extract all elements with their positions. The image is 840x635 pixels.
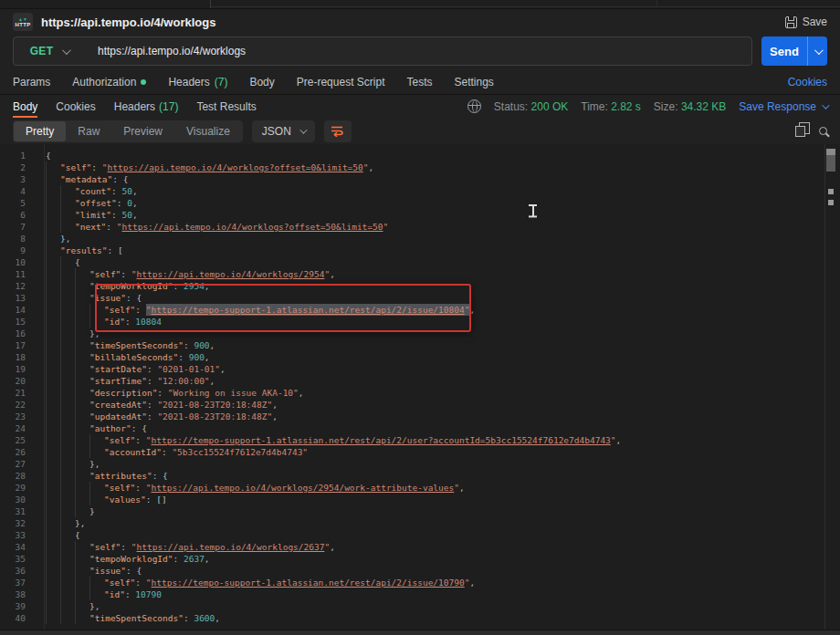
json-token: "author" xyxy=(89,422,131,434)
request-tab-body[interactable]: Body xyxy=(249,76,274,88)
json-token: , xyxy=(132,185,138,197)
method-label: GET xyxy=(30,45,54,57)
line-number: 28 xyxy=(0,470,33,482)
tab-bottom-line xyxy=(211,6,840,7)
response-tab-test-results[interactable]: Test Results xyxy=(196,95,256,118)
code-line: 4"count": 50, xyxy=(0,185,840,197)
tab-label: Headers xyxy=(168,76,209,88)
scrollbar-annotation-mark xyxy=(828,189,834,194)
json-token: "createdAt" xyxy=(89,399,147,411)
json-link[interactable]: https://tempo-support-1.atlassian.net/re… xyxy=(152,304,465,316)
json-token: 900 xyxy=(194,339,209,351)
cookies-link[interactable]: Cookies xyxy=(788,76,827,88)
json-token: : xyxy=(135,434,145,446)
chevron-down-icon xyxy=(814,46,824,55)
url-row: GET https://api.tempo.io/4/worklogs Send xyxy=(0,35,840,69)
line-number: 12 xyxy=(0,280,33,292)
method-select[interactable]: GET xyxy=(14,37,85,65)
wrap-lines-button[interactable] xyxy=(324,120,352,142)
time-badge: Time: 2.82 s xyxy=(581,100,641,113)
tab-label: Tests xyxy=(406,76,432,88)
json-token: "startTime" xyxy=(89,375,147,387)
search-icon[interactable] xyxy=(819,127,827,135)
json-token: "self" xyxy=(104,434,135,446)
response-tab-body[interactable]: Body xyxy=(13,95,37,118)
json-token: , xyxy=(215,612,220,624)
code-line: 38"id": 10790 xyxy=(0,588,840,600)
line-number: 13 xyxy=(0,292,33,304)
view-mode-visualize[interactable]: Visualize xyxy=(174,121,242,141)
code-line: 30"values": [] xyxy=(0,494,840,505)
json-link[interactable]: https://api.tempo.io/4/worklogs/2637 xyxy=(137,541,325,553)
line-number: 3 xyxy=(0,173,33,185)
indent-guides xyxy=(46,411,89,422)
scrollbar-thumb[interactable] xyxy=(826,149,835,172)
json-link[interactable]: https://api.tempo.io/4/worklogs/2954/wor… xyxy=(152,482,455,494)
request-tab-authorization[interactable]: Authorization xyxy=(72,76,146,88)
json-link[interactable]: https://api.tempo.io/4/worklogs/2954 xyxy=(137,268,325,280)
json-link[interactable]: https://api.tempo.io/4/worklogs?offset=5… xyxy=(122,221,383,233)
save-button[interactable]: Save xyxy=(785,16,827,28)
chevron-down-icon xyxy=(299,126,307,133)
response-body-viewer: 1{2"self": "https://api.tempo.io/4/workl… xyxy=(0,144,840,630)
json-token: : { xyxy=(112,173,128,185)
indent-guides xyxy=(46,588,104,600)
tab-label: Body xyxy=(13,100,37,113)
json-link[interactable]: https://api.tempo.io/4/worklogs?offset=0… xyxy=(108,161,363,173)
json-token: { xyxy=(46,150,51,161)
json-token: "2021-08-23T20:18:48Z" xyxy=(157,411,272,422)
request-tab-headers[interactable]: Headers(7) xyxy=(168,76,227,88)
status-bar-edge xyxy=(0,630,840,635)
view-mode-preview[interactable]: Preview xyxy=(111,121,174,141)
json-token: , xyxy=(469,577,475,588)
view-mode-pretty[interactable]: Pretty xyxy=(14,121,66,141)
line-number: 2 xyxy=(0,161,33,173)
json-token: "attributes" xyxy=(89,470,152,482)
json-token: "startDate" xyxy=(89,363,147,375)
view-mode-raw[interactable]: Raw xyxy=(66,121,111,141)
line-number: 20 xyxy=(0,375,33,387)
json-token: , xyxy=(616,434,622,446)
send-options-button[interactable] xyxy=(807,36,827,66)
line-number: 31 xyxy=(0,505,33,517)
tab-count: (7) xyxy=(215,76,228,88)
json-token: : xyxy=(184,339,194,351)
tab-label: Pre-request Script xyxy=(297,76,385,88)
send-button[interactable]: Send xyxy=(761,36,807,66)
response-toolbar: PrettyRawPreviewVisualize JSON xyxy=(0,118,840,144)
line-number: 4 xyxy=(0,185,33,197)
json-token: , xyxy=(210,375,215,387)
line-number: 37 xyxy=(0,577,33,588)
response-tab-headers[interactable]: Headers(17) xyxy=(114,95,179,118)
url-input[interactable]: https://api.tempo.io/4/worklogs xyxy=(85,37,751,65)
line-number: 27 xyxy=(0,458,33,470)
json-token: "offset" xyxy=(75,197,117,209)
code-line: 37"self": "https://tempo-support-1.atlas… xyxy=(0,577,840,588)
code-line: 19"startDate": "0201-01-01", xyxy=(0,363,840,375)
scrollbar-track xyxy=(824,144,825,630)
response-meta-row: BodyCookiesHeaders(17)Test Results Statu… xyxy=(0,95,840,118)
json-token: "timeSpentSeconds" xyxy=(89,339,184,351)
response-tab-cookies[interactable]: Cookies xyxy=(56,95,95,118)
json-token: "billableSeconds" xyxy=(89,351,178,363)
copy-icon[interactable] xyxy=(795,126,805,137)
request-tab-params[interactable]: Params xyxy=(13,76,50,88)
save-response-button[interactable]: Save Response xyxy=(739,100,827,113)
request-tab-tests[interactable]: Tests xyxy=(406,76,432,88)
line-number: 36 xyxy=(0,565,33,577)
format-select[interactable]: JSON xyxy=(252,120,315,142)
line-number: 21 xyxy=(0,387,33,399)
json-link[interactable]: https://tempo-support-1.atlassian.net/re… xyxy=(152,577,465,588)
json-token: , xyxy=(299,387,304,399)
request-tab-settings[interactable]: Settings xyxy=(455,76,494,88)
json-token: "count" xyxy=(75,185,111,197)
json-token: , xyxy=(272,411,278,422)
code-line: 7"next": "https://api.tempo.io/4/worklog… xyxy=(0,221,840,233)
scrollbar-annotation-mark xyxy=(828,200,834,205)
json-token: , xyxy=(220,363,226,375)
json-token: : [] xyxy=(146,494,167,505)
request-tab-pre-request-script[interactable]: Pre-request Script xyxy=(297,76,385,88)
json-token: 2954 xyxy=(184,280,205,292)
line-number: 19 xyxy=(0,363,33,375)
json-link[interactable]: https://tempo-support-1.atlassian.net/re… xyxy=(152,434,611,446)
